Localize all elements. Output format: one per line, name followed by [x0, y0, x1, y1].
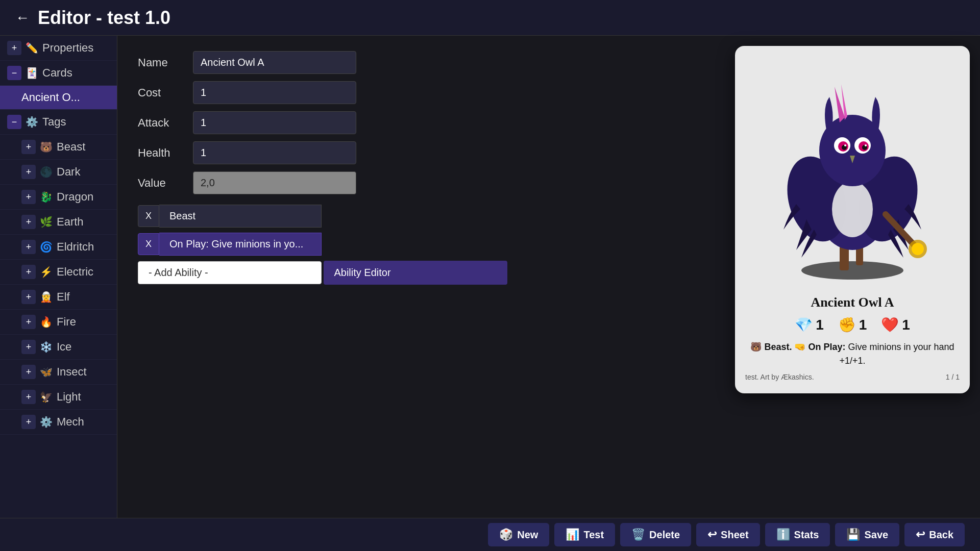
sidebar-item-elf[interactable]: + 🧝 Elf: [0, 285, 117, 310]
dark-add-btn[interactable]: +: [21, 165, 36, 179]
health-input[interactable]: [193, 141, 356, 164]
ice-add-btn[interactable]: +: [21, 340, 36, 354]
save-label: Save: [864, 529, 888, 541]
value-row: Value: [138, 171, 704, 194]
sheet-button[interactable]: ↩ Sheet: [696, 523, 760, 546]
sidebar-item-mech[interactable]: + ⚙️ Mech: [0, 410, 117, 435]
sidebar-item-ice[interactable]: + ❄️ Ice: [0, 335, 117, 360]
fire-add-btn[interactable]: +: [21, 315, 36, 329]
attack-label: Attack: [138, 116, 184, 130]
delete-button[interactable]: 🗑️ Delete: [620, 523, 691, 546]
card-art: [755, 56, 949, 291]
svg-point-7: [832, 181, 873, 237]
page-title: Editor - test 1.0: [38, 7, 170, 29]
tag-ability-remove-btn[interactable]: X: [138, 233, 159, 255]
properties-expand-btn[interactable]: +: [7, 41, 21, 55]
dragon-add-btn[interactable]: +: [21, 190, 36, 204]
sidebar-item-cards[interactable]: − 🃏 Cards: [0, 61, 117, 86]
save-button[interactable]: 💾 Save: [835, 523, 899, 546]
tag-ability-row: X On Play: Give minions in yo...: [138, 233, 322, 256]
back-button[interactable]: ↩ Back: [904, 523, 965, 546]
sidebar-item-eldritch[interactable]: + 🌀 Eldritch: [0, 235, 117, 260]
card-health-value: 1: [902, 317, 910, 333]
save-icon: 💾: [846, 528, 860, 541]
value-input[interactable]: [193, 171, 356, 194]
earth-add-btn[interactable]: +: [21, 215, 36, 229]
tag-beast-remove-btn[interactable]: X: [138, 205, 159, 227]
card-footer: test. Art by Ækashics. 1 / 1: [745, 368, 960, 381]
sheet-label: Sheet: [721, 529, 748, 541]
header: ← Editor - test 1.0: [0, 0, 980, 36]
cost-input[interactable]: [193, 81, 356, 104]
svg-point-1: [801, 261, 903, 280]
card-pagination: 1 / 1: [946, 373, 960, 381]
card-name: Ancient Owl A: [811, 295, 894, 310]
card-preview: Ancient Owl A 💎 1 ✊ 1 ❤️ 1 🐻 B: [735, 46, 970, 393]
sidebar-item-insect[interactable]: + 🦋 Insect: [0, 360, 117, 385]
test-label: Test: [583, 529, 604, 541]
attack-input[interactable]: [193, 111, 356, 134]
sidebar-item-light[interactable]: + 🦅 Light: [0, 385, 117, 410]
test-icon: 📊: [566, 528, 579, 541]
electric-add-btn[interactable]: +: [21, 265, 36, 279]
sidebar-item-fire[interactable]: + 🔥 Fire: [0, 310, 117, 335]
new-button[interactable]: 🎲 New: [488, 523, 549, 546]
back-toolbar-icon: ↩: [916, 528, 925, 541]
sidebar-item-properties[interactable]: + ✏️ Properties: [0, 36, 117, 61]
cost-row: Cost: [138, 81, 704, 104]
beast-text: Beast.: [764, 342, 792, 352]
delete-label: Delete: [649, 529, 680, 541]
ability-icon-card: 🤜: [794, 342, 805, 352]
sidebar-item-beast[interactable]: + 🐻 Beast: [0, 135, 117, 160]
sidebar-item-ancient-o[interactable]: Ancient O...: [0, 86, 117, 110]
card-stats: 💎 1 ✊ 1 ❤️ 1: [795, 316, 910, 333]
svg-point-17: [844, 144, 846, 146]
back-icon[interactable]: ←: [15, 10, 30, 26]
stats-label: Stats: [794, 529, 819, 541]
tag-beast-label: Beast: [159, 205, 322, 228]
value-label: Value: [138, 177, 184, 190]
new-label: New: [517, 529, 538, 541]
sidebar-item-earth[interactable]: + 🌿 Earth: [0, 210, 117, 235]
card-cost-stat: ✊ 1: [838, 316, 867, 333]
attack-icon: 💎: [795, 316, 813, 333]
tags-collapse-btn[interactable]: −: [7, 115, 21, 129]
tag-ability-label: On Play: Give minions in yo...: [159, 233, 322, 256]
health-icon: ❤️: [881, 316, 899, 333]
svg-point-22: [912, 243, 924, 255]
main-layout: + ✏️ Properties − 🃏 Cards Ancient O... −…: [0, 36, 980, 518]
back-label: Back: [929, 529, 953, 541]
name-input[interactable]: [193, 51, 356, 74]
card-preview-area: Ancient Owl A 💎 1 ✊ 1 ❤️ 1 🐻 B: [725, 36, 980, 518]
new-icon: 🎲: [499, 528, 513, 541]
sidebar-item-tags[interactable]: − ⚙️ Tags: [0, 110, 117, 135]
cost-icon: ✊: [838, 316, 856, 333]
sidebar-item-electric[interactable]: + ⚡ Electric: [0, 260, 117, 285]
sidebar-item-dragon[interactable]: + 🐉 Dragon: [0, 185, 117, 210]
stats-button[interactable]: ℹ️ Stats: [765, 523, 830, 546]
ability-editor-button[interactable]: Ability Editor: [324, 261, 507, 285]
eldritch-add-btn[interactable]: +: [21, 240, 36, 254]
card-attack-value: 1: [816, 317, 824, 333]
mech-add-btn[interactable]: +: [21, 415, 36, 429]
ability-description: Give minions in your hand +1/+1.: [839, 342, 954, 366]
add-ability-button[interactable]: - Add Ability -: [138, 261, 322, 284]
delete-icon: 🗑️: [631, 528, 645, 541]
health-row: Health: [138, 141, 704, 164]
sidebar-item-dark[interactable]: + 🌑 Dark: [0, 160, 117, 185]
test-button[interactable]: 📊 Test: [554, 523, 615, 546]
cost-label: Cost: [138, 86, 184, 99]
beast-add-btn[interactable]: +: [21, 140, 36, 154]
insect-add-btn[interactable]: +: [21, 365, 36, 379]
sheet-icon: ↩: [707, 528, 717, 541]
cards-collapse-btn[interactable]: −: [7, 66, 21, 80]
bottom-toolbar: 🎲 New 📊 Test 🗑️ Delete ↩ Sheet ℹ️ Stats …: [0, 518, 980, 551]
elf-add-btn[interactable]: +: [21, 290, 36, 304]
light-add-btn[interactable]: +: [21, 390, 36, 404]
name-label: Name: [138, 56, 184, 69]
card-health-stat: ❤️ 1: [881, 316, 910, 333]
health-label: Health: [138, 146, 184, 160]
stats-icon: ℹ️: [776, 528, 790, 541]
card-attack-stat: 💎 1: [795, 316, 824, 333]
card-ability-text: 🐻 Beast. 🤜 On Play: Give minions in your…: [745, 340, 960, 368]
